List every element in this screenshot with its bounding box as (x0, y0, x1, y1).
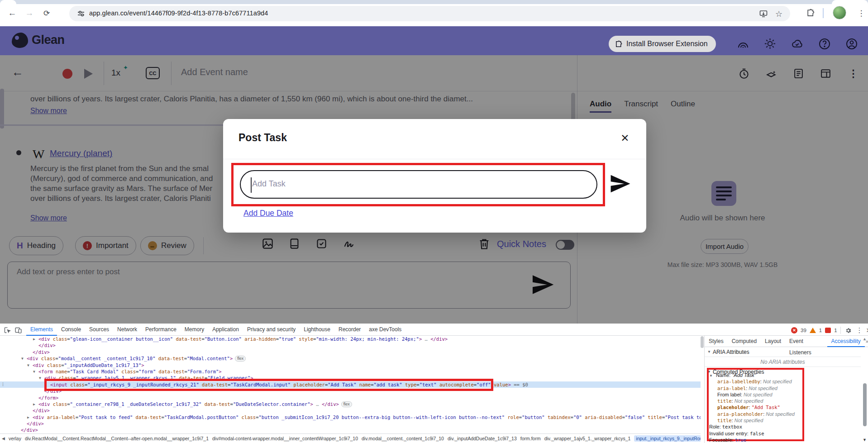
add-due-date-link[interactable]: Add Due Date (243, 209, 293, 218)
device-toolbar-icon[interactable] (14, 325, 23, 334)
breadcrumb-item[interactable]: verlay (9, 436, 21, 441)
warning-icon[interactable] (810, 328, 816, 333)
install-extension-button[interactable]: Install Browser Extension (609, 36, 716, 52)
devtools-settings-icon[interactable] (844, 326, 853, 335)
dom-tree-node[interactable]: ▼<div class="_inputAddDueDate_1c9i7_13"> (0, 362, 701, 368)
account-icon[interactable] (845, 37, 858, 50)
devtools-tab-axe[interactable]: axe DevTools (365, 324, 405, 336)
add-task-input[interactable]: Add Task (240, 170, 597, 199)
glean-header: Glean Install Browser Extension (0, 26, 868, 55)
dom-tree-node[interactable]: </div> (0, 342, 701, 348)
puzzle-icon (615, 40, 623, 48)
breadcrumb-item[interactable]: div.ReactModal__Content.ReactModal__Cont… (25, 436, 209, 441)
add-task-placeholder: Add Task (252, 179, 286, 189)
dom-tree-node[interactable]: ▶<div class="_container_re798_1 _dueDate… (0, 401, 701, 407)
devtools-tab-privacy[interactable]: Privacy and security (243, 324, 300, 336)
devtools-topbar: Elements Console Sources Network Perform… (0, 324, 868, 336)
dom-tree-node[interactable]: </div> (0, 420, 701, 427)
post-task-send-button[interactable] (609, 172, 631, 195)
sidebar-scrollbar[interactable]: ▲ ▼ (862, 336, 868, 443)
devtools-tab-network[interactable]: Network (113, 324, 141, 336)
dom-tree-node[interactable]: ▶<div aria-label="Post task to feed" dat… (0, 414, 701, 420)
devtools-menu-icon[interactable]: ⋮ (856, 326, 863, 334)
devtools-tab-lighthouse[interactable]: Lighthouse (300, 324, 334, 336)
sidebar-tab-event-listeners[interactable]: Event Listeners (785, 336, 827, 347)
chrome-divider (823, 8, 824, 18)
browser-refresh-button[interactable]: ⟳ (40, 6, 53, 20)
scroll-down-icon[interactable]: ▼ (863, 438, 867, 442)
devtools-tab-elements[interactable]: Elements (26, 324, 57, 336)
profile-avatar[interactable] (833, 6, 846, 19)
dom-tree-node[interactable]: ▶<div class="glean-icon__container butto… (0, 336, 701, 342)
omnibox[interactable]: app.glean.co/event/14467f09-9f2d-4f13-87… (69, 6, 790, 21)
a11y-computed-list: ▼ Name: "Add Task" aria-labelledby: Not … (709, 372, 858, 443)
devtools-tab-sources[interactable]: Sources (85, 324, 113, 336)
dom-tree-node[interactable]: </div> (0, 427, 701, 433)
scroll-up-icon[interactable]: ▲ (863, 337, 867, 341)
app-stage: ← 1x ✦ CC Add Event name (0, 55, 868, 324)
glean-logo-text[interactable]: Glean (32, 33, 65, 47)
dom-tree-node[interactable]: ▼<form name="Task Card Modal" class="for… (0, 368, 701, 375)
dom-tree-scrollbar[interactable] (701, 336, 704, 348)
chrome-menu-icon[interactable]: ⋮ (854, 6, 868, 20)
active-tab-curve-right (832, 0, 868, 4)
modal-divider (223, 159, 646, 159)
breadcrumb-item[interactable]: form.form (520, 436, 541, 441)
install-app-icon[interactable] (759, 9, 768, 18)
a11y-property-row: aria-labelledby: Not specified (709, 378, 858, 385)
breadcrumb-item[interactable]: div.modal__content._content_1c9i7_10 (362, 436, 444, 441)
devtools-status-badges: ✕ 39 1 1 ⋮ ✕ (791, 326, 868, 335)
devtools-tab-memory[interactable]: Memory (181, 324, 208, 336)
extensions-icon[interactable] (804, 6, 817, 19)
dom-breadcrumbs: ◀ verlaydiv.ReactModal__Content.ReactMod… (0, 433, 701, 443)
devtools-tab-performance[interactable]: Performance (141, 324, 181, 336)
breadcrumb-scroll-left-icon[interactable]: ◀ (2, 436, 5, 441)
sidebar-tab-computed[interactable]: Computed (728, 336, 761, 347)
sidebar-tab-layout[interactable]: Layout (761, 336, 785, 347)
sidebar-tab-styles[interactable]: Styles (705, 336, 728, 347)
post-task-modal: Post Task ✕ Add Task Add Due Date (223, 119, 646, 233)
scrollbar-thumb[interactable] (863, 383, 867, 426)
install-extension-label: Install Browser Extension (626, 40, 708, 48)
devtools-sidebar: Styles Computed Layout Event Listeners A… (704, 336, 868, 443)
issues-icon[interactable] (825, 328, 831, 333)
devtools-close-icon[interactable]: ✕ (866, 327, 868, 334)
error-icon[interactable]: ✕ (791, 327, 797, 333)
annotation-red-box-code (44, 379, 493, 391)
modal-close-icon[interactable]: ✕ (619, 132, 631, 144)
devtools-tab-application[interactable]: Application (208, 324, 243, 336)
breadcrumb-item[interactable]: div._inputAddDueDate_1c9i7_13 (448, 436, 517, 441)
dom-tree-node[interactable]: </form> (0, 395, 701, 401)
dom-tree-node[interactable]: </div> (0, 349, 701, 355)
dom-tree-node[interactable]: </div> (0, 407, 701, 414)
cloud-sync-icon[interactable] (791, 37, 804, 50)
bookmark-star-icon[interactable]: ☆ (775, 9, 784, 18)
text-caret (251, 177, 252, 193)
breadcrumb-item[interactable]: input._input_rkcys_9._inputRounded_rkcys… (634, 435, 701, 442)
sidebar-tab-accessibility[interactable]: Accessibility (827, 336, 865, 347)
theme-sun-icon[interactable] (763, 37, 777, 50)
breadcrumb-item[interactable]: div._wrapper_1ajv5_1._wrapper_rkcys_1 (544, 436, 631, 441)
issues-count: 1 (834, 328, 837, 333)
badge-divider (840, 327, 841, 334)
devtools-tab-recorder[interactable]: Recorder (334, 324, 365, 336)
glean-logo-icon[interactable] (12, 33, 28, 48)
aria-attributes-section[interactable]: ▼ARIA Attributes (705, 347, 861, 357)
inspect-element-icon[interactable] (3, 325, 12, 334)
browser-back-button[interactable]: ← (5, 6, 19, 20)
help-icon[interactable] (818, 37, 831, 50)
a11y-name-row[interactable]: ▼ Name: "Add Task" (709, 372, 858, 378)
browser-forward-button[interactable]: → (23, 6, 36, 20)
dom-tree-node[interactable]: ▼<div class="modal__content _content_1c9… (0, 355, 701, 362)
breadcrumb-item[interactable]: div#modal-content-wrapper.modal__inner_c… (212, 436, 358, 441)
devtools-panel: Elements Console Sources Network Perform… (0, 324, 868, 443)
no-aria-text: No ARIA attributes (705, 357, 861, 367)
modal-title: Post Task (238, 132, 287, 144)
warning-count: 1 (819, 328, 822, 333)
url-text[interactable]: app.glean.co/event/14467f09-9f2d-4f13-87… (89, 10, 268, 17)
site-settings-icon[interactable] (76, 9, 86, 18)
devtools-tab-console[interactable]: Console (57, 324, 85, 336)
devtools-tabs: Elements Console Sources Network Perform… (26, 324, 405, 336)
rainbow-icon[interactable] (736, 37, 749, 50)
a11y-property-row: Focusable: true (709, 437, 858, 443)
